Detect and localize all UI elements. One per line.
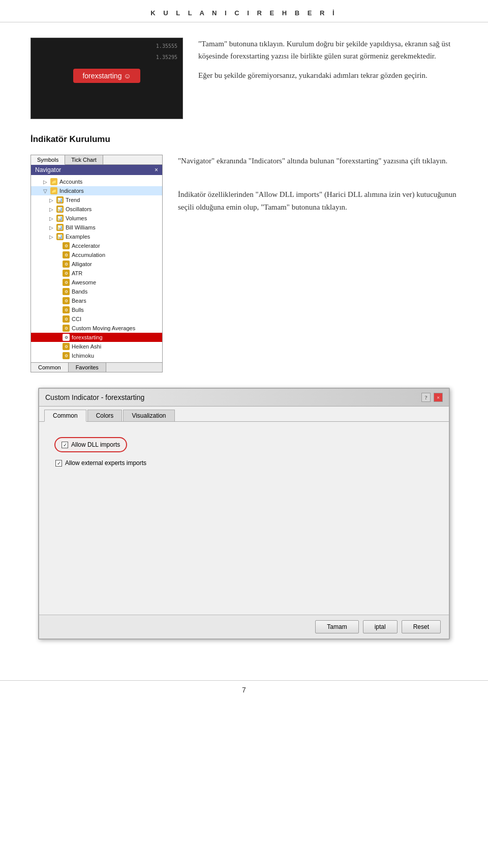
- page-header: K U L L A N I C I R E H B E R İ: [0, 0, 488, 22]
- dialog-tab-visualization[interactable]: Visualization: [123, 410, 174, 421]
- dialog-footer: Tamam iptal Reset: [39, 615, 449, 639]
- dialog-tab-colors[interactable]: Colors: [87, 410, 123, 421]
- tree-bulls[interactable]: ⚙ Bulls: [31, 305, 162, 314]
- tree-examples[interactable]: ▷ 📊 Examples: [31, 232, 162, 241]
- ok-button[interactable]: Tamam: [315, 620, 358, 633]
- nav-bottom-tabs: Common Favorites: [31, 362, 162, 372]
- bottom-tab-favorites[interactable]: Favorites: [69, 363, 106, 372]
- navigator-section: Symbols Tick Chart Navigator × ▷ 📁 Accou…: [30, 155, 458, 372]
- accelerator-icon: ⚙: [63, 242, 70, 249]
- tree-heiken-ashi[interactable]: ⚙ Heiken Ashi: [31, 342, 162, 351]
- top-para1: "Tamam" butonuna tıklayın. Kurulum doğru…: [198, 38, 458, 62]
- tree-bears[interactable]: ⚙ Bears: [31, 296, 162, 305]
- custom-moving-icon: ⚙: [63, 325, 70, 332]
- dll-highlight-circle: ✓ Allow DLL imports: [54, 437, 127, 452]
- dialog-tabs: Common Colors Visualization: [39, 407, 449, 421]
- tab-symbols[interactable]: Symbols: [31, 155, 65, 165]
- tree-accounts[interactable]: ▷ 📁 Accounts: [31, 177, 162, 186]
- dialog-controls: ? ×: [421, 393, 443, 402]
- dialog-tab-common[interactable]: Common: [44, 410, 86, 422]
- bulls-icon: ⚙: [63, 306, 70, 313]
- page-number: 7: [0, 680, 488, 699]
- dialog-body: ✓ Allow DLL imports ✓ Allow external exp…: [39, 421, 449, 615]
- accounts-folder-icon: 📁: [50, 178, 57, 185]
- allow-experts-checkbox[interactable]: ✓: [55, 460, 62, 467]
- oscillators-icon: 📊: [56, 206, 64, 213]
- tree-bill-williams[interactable]: ▷ 📊 Bill Williams: [31, 223, 162, 232]
- tree-volumes[interactable]: ▷ 📊 Volumes: [31, 214, 162, 223]
- bears-icon: ⚙: [63, 297, 70, 304]
- nav-close-icon[interactable]: ×: [155, 166, 158, 173]
- nav-tree: ▷ 📁 Accounts ▽ 📁 Indicators ▷ 📊 Trend ▷ …: [31, 175, 162, 362]
- cci-icon: ⚙: [63, 315, 70, 323]
- dialog-close-button[interactable]: ×: [434, 393, 443, 402]
- dialog-help-button[interactable]: ?: [421, 393, 431, 402]
- forex-label: forexstarting ☺: [73, 69, 140, 83]
- allow-dll-row: ✓ Allow DLL imports: [54, 437, 439, 452]
- tree-custom-moving[interactable]: ⚙ Custom Moving Averages: [31, 324, 162, 333]
- tree-accumulation[interactable]: ⚙ Accumulation: [31, 250, 162, 259]
- tree-oscillators[interactable]: ▷ 📊 Oscillators: [31, 205, 162, 214]
- volumes-icon: 📊: [56, 215, 64, 222]
- tree-accelerator[interactable]: ⚙ Accelerator: [31, 241, 162, 250]
- forexstarting-screenshot: forexstarting ☺ 1.35555 1.35295: [30, 38, 183, 119]
- nav-top-tabs: Symbols Tick Chart: [31, 155, 162, 165]
- custom-indicator-dialog: Custom Indicator - forexstarting ? × Com…: [38, 388, 450, 640]
- page-content: forexstarting ☺ 1.35555 1.35295 "Tamam" …: [0, 22, 488, 670]
- tree-bands[interactable]: ⚙ Bands: [31, 287, 162, 296]
- nav-header-title: Navigator: [35, 166, 61, 173]
- bands-icon: ⚙: [63, 288, 70, 295]
- bill-williams-icon: 📊: [56, 224, 64, 231]
- tree-awesome[interactable]: ⚙ Awesome: [31, 278, 162, 287]
- tree-forexstarting[interactable]: ⚙ forexstarting: [31, 333, 162, 342]
- nav-para2: İndikatör özelliklerinden "Allow DLL imp…: [178, 188, 458, 214]
- tab-tick-chart[interactable]: Tick Chart: [65, 155, 103, 164]
- tree-alligator[interactable]: ⚙ Alligator: [31, 259, 162, 269]
- tree-indicators[interactable]: ▽ 📁 Indicators: [31, 186, 162, 195]
- allow-dll-checkbox[interactable]: ✓: [62, 442, 68, 448]
- allow-dll-label: Allow DLL imports: [71, 441, 120, 448]
- section-heading: İndikatör Kurulumu: [30, 134, 458, 144]
- atr-icon: ⚙: [63, 270, 70, 277]
- tree-ichimoku[interactable]: ⚙ Ichimoku: [31, 351, 162, 360]
- nav-header-bar: Navigator ×: [31, 165, 162, 175]
- dialog-section: Custom Indicator - forexstarting ? × Com…: [30, 388, 458, 640]
- accumulation-icon: ⚙: [63, 251, 70, 258]
- indicators-folder-icon: 📁: [50, 187, 57, 194]
- examples-icon: 📊: [56, 233, 64, 240]
- top-description: "Tamam" butonuna tıklayın. Kurulum doğru…: [198, 38, 458, 81]
- top-para2: Eğer bu şekilde göremiyorsanız, yukarıda…: [198, 69, 458, 81]
- dialog-title: Custom Indicator - forexstarting: [45, 393, 144, 401]
- bottom-tab-common[interactable]: Common: [31, 363, 69, 372]
- reset-button[interactable]: Reset: [402, 620, 441, 633]
- heiken-ashi-icon: ⚙: [63, 343, 70, 350]
- nav-description: "Navigator" ekranında "Indicators" altın…: [178, 155, 458, 214]
- nav-para1: "Navigator" ekranında "Indicators" altın…: [178, 155, 458, 168]
- header-title: K U L L A N I C I R E H B E R İ: [150, 9, 337, 17]
- ichimoku-icon: ⚙: [63, 352, 70, 359]
- trend-icon: 📊: [56, 196, 64, 204]
- dialog-titlebar: Custom Indicator - forexstarting ? ×: [39, 389, 449, 407]
- allow-experts-label: Allow external experts imports: [65, 459, 146, 467]
- awesome-icon: ⚙: [63, 279, 70, 286]
- alligator-icon: ⚙: [63, 261, 70, 268]
- navigator-panel: Symbols Tick Chart Navigator × ▷ 📁 Accou…: [30, 155, 163, 372]
- allow-experts-row: ✓ Allow external experts imports: [55, 459, 439, 467]
- cancel-button[interactable]: iptal: [363, 620, 398, 633]
- tree-cci[interactable]: ⚙ CCI: [31, 314, 162, 324]
- forexstarting-icon: ⚙: [63, 334, 70, 341]
- top-section: forexstarting ☺ 1.35555 1.35295 "Tamam" …: [30, 38, 458, 119]
- tree-trend[interactable]: ▷ 📊 Trend: [31, 195, 162, 205]
- tree-atr[interactable]: ⚙ ATR: [31, 269, 162, 278]
